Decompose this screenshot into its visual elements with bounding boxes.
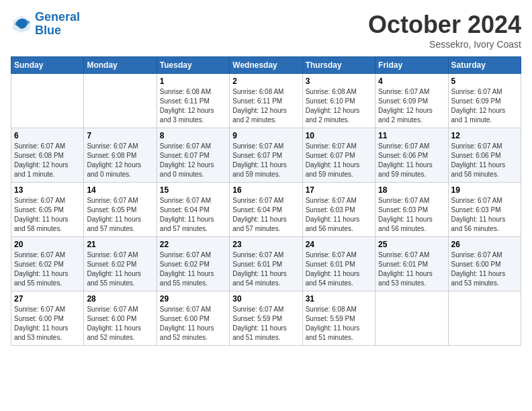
day-number: 27 (14, 294, 81, 304)
calendar-week-1: 1Sunrise: 6:08 AM Sunset: 6:11 PM Daylig… (11, 74, 521, 128)
location-subtitle: Sessekro, Ivory Coast (368, 39, 521, 50)
day-number: 7 (87, 131, 153, 140)
day-number: 13 (14, 185, 81, 195)
day-info: Sunrise: 6:07 AM Sunset: 6:03 PM Dayligh… (306, 196, 372, 234)
day-number: 5 (451, 77, 518, 86)
day-number: 25 (378, 240, 445, 249)
day-number: 14 (87, 185, 153, 195)
calendar-cell: 31Sunrise: 6:08 AM Sunset: 5:59 PM Dayli… (302, 291, 375, 346)
day-info: Sunrise: 6:07 AM Sunset: 6:07 PM Dayligh… (232, 142, 299, 179)
calendar-cell (11, 74, 84, 128)
calendar-cell (448, 291, 521, 346)
month-title: October 2024 (368, 11, 521, 39)
day-number: 24 (306, 240, 372, 249)
calendar-cell: 9Sunrise: 6:07 AM Sunset: 6:07 PM Daylig… (230, 128, 302, 183)
day-info: Sunrise: 6:07 AM Sunset: 6:02 PM Dayligh… (87, 250, 153, 288)
logo-icon (11, 13, 32, 35)
day-number: 18 (378, 185, 445, 195)
day-info: Sunrise: 6:07 AM Sunset: 6:06 PM Dayligh… (451, 142, 518, 179)
calendar-cell: 19Sunrise: 6:07 AM Sunset: 6:03 PM Dayli… (448, 183, 521, 237)
calendar-cell: 15Sunrise: 6:07 AM Sunset: 6:04 PM Dayli… (157, 183, 229, 237)
calendar-cell: 6Sunrise: 6:07 AM Sunset: 6:08 PM Daylig… (11, 128, 84, 183)
day-number: 20 (14, 240, 81, 249)
day-number: 28 (87, 294, 153, 304)
weekday-header-saturday: Saturday (448, 57, 521, 74)
calendar-table: SundayMondayTuesdayWednesdayThursdayFrid… (11, 56, 521, 346)
weekday-header-monday: Monday (84, 57, 157, 74)
calendar-cell: 10Sunrise: 6:07 AM Sunset: 6:07 PM Dayli… (302, 128, 375, 183)
weekday-header-friday: Friday (375, 57, 448, 74)
day-info: Sunrise: 6:07 AM Sunset: 6:07 PM Dayligh… (160, 142, 226, 179)
day-number: 21 (87, 240, 153, 249)
day-number: 8 (160, 131, 226, 140)
day-info: Sunrise: 6:07 AM Sunset: 6:07 PM Dayligh… (306, 142, 372, 179)
day-info: Sunrise: 6:07 AM Sunset: 6:00 PM Dayligh… (87, 305, 153, 342)
day-info: Sunrise: 6:07 AM Sunset: 6:09 PM Dayligh… (378, 87, 445, 125)
day-info: Sunrise: 6:08 AM Sunset: 5:59 PM Dayligh… (306, 305, 372, 342)
calendar-week-2: 6Sunrise: 6:07 AM Sunset: 6:08 PM Daylig… (11, 128, 521, 183)
day-info: Sunrise: 6:08 AM Sunset: 6:10 PM Dayligh… (306, 87, 372, 125)
calendar-cell: 1Sunrise: 6:08 AM Sunset: 6:11 PM Daylig… (157, 74, 229, 128)
day-info: Sunrise: 6:07 AM Sunset: 6:01 PM Dayligh… (306, 250, 372, 288)
day-number: 22 (160, 240, 226, 249)
calendar-cell: 3Sunrise: 6:08 AM Sunset: 6:10 PM Daylig… (302, 74, 375, 128)
day-info: Sunrise: 6:07 AM Sunset: 6:02 PM Dayligh… (160, 250, 226, 288)
day-info: Sunrise: 6:07 AM Sunset: 6:03 PM Dayligh… (451, 196, 518, 234)
calendar-cell: 17Sunrise: 6:07 AM Sunset: 6:03 PM Dayli… (302, 183, 375, 237)
calendar-cell: 20Sunrise: 6:07 AM Sunset: 6:02 PM Dayli… (11, 237, 84, 291)
weekday-header-tuesday: Tuesday (157, 57, 229, 74)
day-number: 16 (232, 185, 299, 195)
calendar-cell: 11Sunrise: 6:07 AM Sunset: 6:06 PM Dayli… (375, 128, 448, 183)
day-info: Sunrise: 6:07 AM Sunset: 6:01 PM Dayligh… (232, 250, 299, 288)
day-number: 4 (378, 77, 445, 86)
calendar-week-5: 27Sunrise: 6:07 AM Sunset: 6:00 PM Dayli… (11, 291, 521, 346)
day-info: Sunrise: 6:07 AM Sunset: 6:00 PM Dayligh… (14, 305, 81, 342)
day-info: Sunrise: 6:08 AM Sunset: 6:11 PM Dayligh… (232, 87, 299, 125)
day-info: Sunrise: 6:07 AM Sunset: 6:04 PM Dayligh… (160, 196, 226, 234)
day-number: 19 (451, 185, 518, 195)
weekday-header-row: SundayMondayTuesdayWednesdayThursdayFrid… (11, 57, 521, 74)
logo-text: General Blue (35, 11, 80, 38)
calendar-cell: 22Sunrise: 6:07 AM Sunset: 6:02 PM Dayli… (157, 237, 229, 291)
calendar-cell: 16Sunrise: 6:07 AM Sunset: 6:04 PM Dayli… (230, 183, 302, 237)
day-number: 3 (306, 77, 372, 86)
day-info: Sunrise: 6:07 AM Sunset: 6:04 PM Dayligh… (232, 196, 299, 234)
day-number: 17 (306, 185, 372, 195)
calendar-cell (375, 291, 448, 346)
calendar-cell: 7Sunrise: 6:07 AM Sunset: 6:08 PM Daylig… (84, 128, 157, 183)
day-number: 9 (232, 131, 299, 140)
calendar-cell: 29Sunrise: 6:07 AM Sunset: 6:00 PM Dayli… (157, 291, 229, 346)
calendar-cell: 26Sunrise: 6:07 AM Sunset: 6:00 PM Dayli… (448, 237, 521, 291)
calendar-cell: 25Sunrise: 6:07 AM Sunset: 6:01 PM Dayli… (375, 237, 448, 291)
day-number: 29 (160, 294, 226, 304)
page-header: General Blue October 2024 Sessekro, Ivor… (11, 11, 521, 50)
day-number: 12 (451, 131, 518, 140)
calendar-cell: 21Sunrise: 6:07 AM Sunset: 6:02 PM Dayli… (84, 237, 157, 291)
calendar-cell: 18Sunrise: 6:07 AM Sunset: 6:03 PM Dayli… (375, 183, 448, 237)
calendar-cell: 5Sunrise: 6:07 AM Sunset: 6:09 PM Daylig… (448, 74, 521, 128)
day-number: 26 (451, 240, 518, 249)
calendar-cell: 12Sunrise: 6:07 AM Sunset: 6:06 PM Dayli… (448, 128, 521, 183)
day-info: Sunrise: 6:07 AM Sunset: 6:05 PM Dayligh… (87, 196, 153, 234)
calendar-week-3: 13Sunrise: 6:07 AM Sunset: 6:05 PM Dayli… (11, 183, 521, 237)
calendar-cell: 14Sunrise: 6:07 AM Sunset: 6:05 PM Dayli… (84, 183, 157, 237)
calendar-cell: 23Sunrise: 6:07 AM Sunset: 6:01 PM Dayli… (230, 237, 302, 291)
day-info: Sunrise: 6:07 AM Sunset: 6:02 PM Dayligh… (14, 250, 81, 288)
calendar-cell: 24Sunrise: 6:07 AM Sunset: 6:01 PM Dayli… (302, 237, 375, 291)
weekday-header-sunday: Sunday (11, 57, 84, 74)
day-number: 2 (232, 77, 299, 86)
day-info: Sunrise: 6:08 AM Sunset: 6:11 PM Dayligh… (160, 87, 226, 125)
calendar-cell: 28Sunrise: 6:07 AM Sunset: 6:00 PM Dayli… (84, 291, 157, 346)
day-number: 15 (160, 185, 226, 195)
logo: General Blue (11, 11, 80, 38)
day-info: Sunrise: 6:07 AM Sunset: 6:08 PM Dayligh… (87, 142, 153, 179)
calendar-cell: 13Sunrise: 6:07 AM Sunset: 6:05 PM Dayli… (11, 183, 84, 237)
calendar-cell: 2Sunrise: 6:08 AM Sunset: 6:11 PM Daylig… (230, 74, 302, 128)
day-info: Sunrise: 6:07 AM Sunset: 6:06 PM Dayligh… (378, 142, 445, 179)
day-number: 10 (306, 131, 372, 140)
day-info: Sunrise: 6:07 AM Sunset: 6:08 PM Dayligh… (14, 142, 81, 179)
title-block: October 2024 Sessekro, Ivory Coast (368, 11, 521, 50)
weekday-header-wednesday: Wednesday (230, 57, 302, 74)
day-number: 6 (14, 131, 81, 140)
weekday-header-thursday: Thursday (302, 57, 375, 74)
